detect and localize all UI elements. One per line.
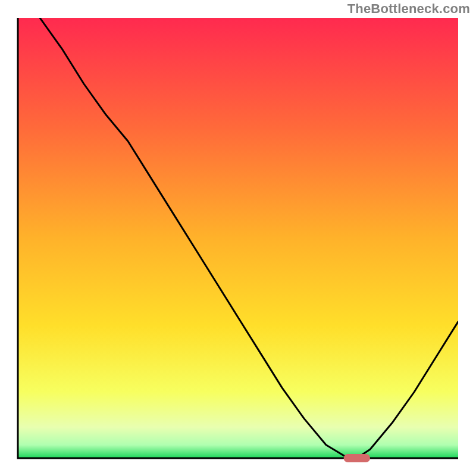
watermark-text: TheBottleneck.com [347, 1, 470, 17]
bottleneck-chart [0, 0, 476, 476]
optimal-marker [344, 454, 370, 462]
